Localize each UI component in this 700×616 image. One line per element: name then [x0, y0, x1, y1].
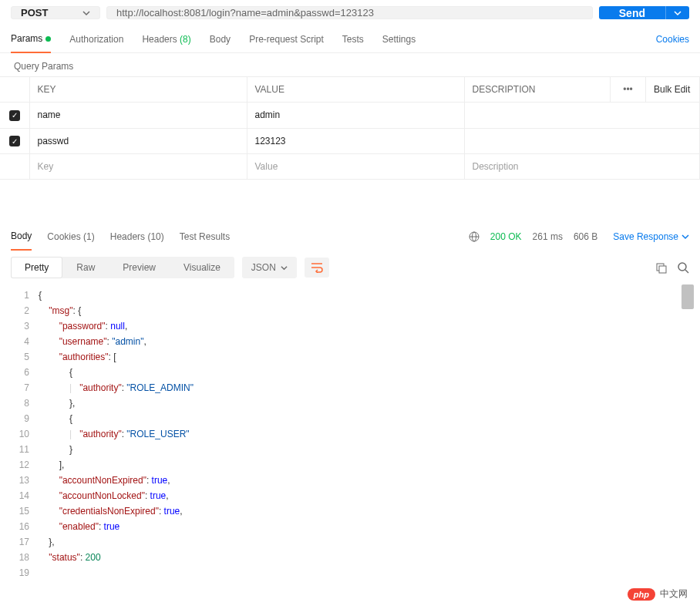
http-method-select[interactable]: POST — [11, 6, 100, 19]
param-desc-cell[interactable] — [464, 128, 700, 154]
view-raw[interactable]: Raw — [62, 257, 109, 278]
view-mode-tabs: Pretty Raw Preview Visualize — [11, 257, 234, 278]
tab-prerequest[interactable]: Pre-request Script — [249, 26, 324, 52]
response-tab-cookies[interactable]: Cookies (1) — [47, 224, 94, 250]
tab-authorization[interactable]: Authorization — [69, 26, 123, 52]
send-dropdown-arrow[interactable] — [665, 6, 689, 19]
response-tab-body[interactable]: Body — [11, 223, 32, 251]
svg-line-7 — [685, 270, 688, 273]
php-badge: php — [628, 588, 655, 597]
view-visualize[interactable]: Visualize — [170, 257, 234, 278]
search-icon[interactable] — [678, 262, 689, 274]
view-preview[interactable]: Preview — [109, 257, 170, 278]
watermark: php 中文网 — [628, 587, 688, 596]
status-time: 261 ms — [533, 231, 563, 242]
svg-point-6 — [678, 263, 686, 271]
svg-rect-5 — [659, 266, 666, 273]
send-button[interactable]: Send — [599, 6, 689, 19]
copy-icon[interactable] — [655, 262, 667, 274]
active-dot-icon — [45, 36, 51, 42]
response-tab-test-results[interactable]: Test Results — [180, 224, 230, 250]
more-options[interactable]: ••• — [611, 77, 646, 103]
checkbox-icon[interactable]: ✓ — [9, 136, 20, 146]
http-method-label: POST — [21, 7, 48, 19]
column-key[interactable]: KEY — [29, 77, 247, 103]
table-row[interactable]: ✓ passwd 123123 — [0, 128, 700, 154]
param-key-input[interactable]: Key — [29, 154, 247, 180]
query-params-label: Query Params — [0, 53, 700, 76]
bulk-edit-link[interactable]: Bulk Edit — [646, 77, 700, 103]
response-tab-headers[interactable]: Headers (10) — [110, 224, 164, 250]
checkbox-icon[interactable]: ✓ — [9, 110, 20, 121]
url-input[interactable] — [106, 6, 593, 19]
column-value[interactable]: VALUE — [247, 77, 464, 103]
tab-headers[interactable]: Headers (8) — [142, 26, 190, 52]
globe-icon[interactable] — [469, 231, 480, 242]
tab-body[interactable]: Body — [210, 26, 231, 52]
column-description[interactable]: DESCRIPTION — [464, 77, 611, 103]
tab-params[interactable]: Params — [11, 25, 51, 53]
tab-settings[interactable]: Settings — [382, 26, 416, 52]
line-gutter: 12345678910111213141516171819 — [0, 288, 39, 581]
status-size: 606 B — [574, 231, 597, 242]
send-label: Send — [599, 7, 665, 19]
scrollbar-thumb[interactable] — [681, 284, 694, 309]
param-desc-input[interactable]: Description — [464, 154, 700, 180]
tab-tests[interactable]: Tests — [342, 26, 364, 52]
param-desc-cell[interactable] — [464, 103, 700, 129]
chevron-down-icon — [82, 9, 90, 17]
param-key-cell[interactable]: passwd — [29, 128, 247, 154]
save-response-link[interactable]: Save Response — [613, 231, 689, 242]
param-key-cell[interactable]: name — [29, 103, 247, 129]
param-value-cell[interactable]: admin — [247, 103, 464, 129]
table-row[interactable]: ✓ name admin — [0, 103, 700, 129]
format-select[interactable]: JSON — [242, 257, 297, 278]
code-lines: { "msg": { "password": null, "username":… — [39, 288, 700, 581]
table-row-new[interactable]: Key Value Description — [0, 154, 700, 180]
cookies-link[interactable]: Cookies — [656, 26, 689, 52]
param-value-cell[interactable]: 123123 — [247, 128, 464, 154]
status-code: 200 OK — [490, 231, 522, 242]
view-pretty[interactable]: Pretty — [11, 257, 62, 278]
query-params-table: KEY VALUE DESCRIPTION ••• Bulk Edit ✓ na… — [0, 76, 700, 180]
param-value-input[interactable]: Value — [247, 154, 464, 180]
wrap-lines-icon[interactable] — [305, 258, 329, 278]
response-body-viewer[interactable]: 12345678910111213141516171819 { "msg": {… — [0, 284, 700, 596]
